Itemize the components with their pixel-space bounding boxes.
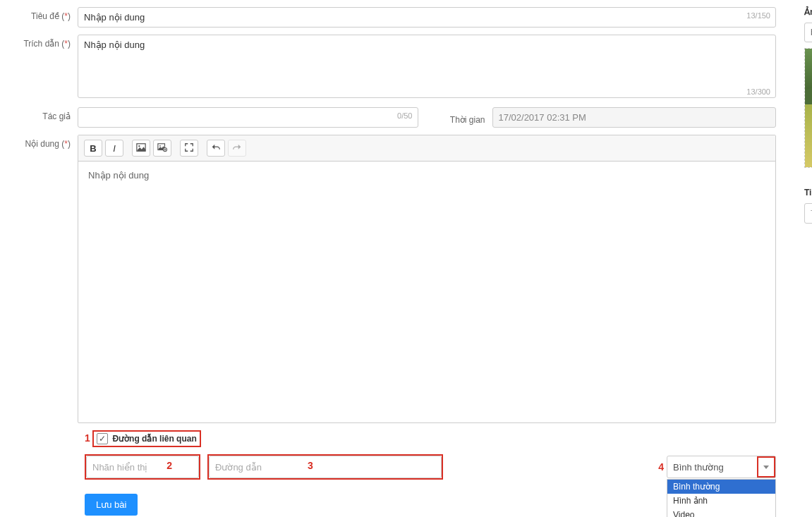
svg-point-1 [138,145,140,147]
editor-body[interactable]: Nhập nội dung [78,162,775,422]
title-counter: 13/150 [746,11,770,20]
annotation-3: 3 [308,460,313,471]
excerpt-counter: 13/300 [746,87,770,96]
related-search-input[interactable] [804,203,812,224]
chevron-down-icon [763,466,769,469]
image-link-button[interactable] [153,140,171,157]
undo-button[interactable] [207,140,225,157]
time-label: Thời gian [436,111,492,125]
image-link-icon [157,142,167,154]
fullscreen-button[interactable] [180,140,198,157]
avatar-section-label: Ảnh đại diện (*) [804,7,812,17]
avatar-path-display: blob:http://oa.zalo.me/084ddf02-2faa- [804,23,812,42]
italic-button[interactable]: I [105,140,123,157]
annotation-4: 4 [658,461,664,473]
bold-button[interactable]: B [84,140,102,157]
dropdown-option[interactable]: Bình thường [667,480,775,494]
author-input[interactable] [78,107,418,128]
title-input[interactable] [78,7,776,28]
related-link-label: Đường dẫn liên quan [112,434,196,444]
author-counter: 0/50 [397,111,412,120]
link-type-menu: Bình thường Hình ảnh Video Âm thanh [667,479,776,517]
redo-button[interactable] [228,140,246,157]
excerpt-textarea[interactable] [78,35,776,98]
link-url-input[interactable] [209,456,442,478]
annotation-2: 2 [166,460,172,471]
link-type-dropdown[interactable]: Bình thường [667,456,776,478]
related-link-checkbox[interactable]: ✓ [97,433,108,444]
related-section-label: Tin liên quan (0/3) [804,188,812,197]
dropdown-option[interactable]: Hình ảnh [667,494,775,508]
image-icon [136,142,146,154]
rich-editor: B I [78,135,776,423]
undo-icon [211,142,221,154]
editor-toolbar: B I [78,135,775,162]
title-label: Tiêu đề (*) [14,7,78,21]
avatar-preview [804,48,812,168]
dropdown-caret-box[interactable] [757,456,775,478]
excerpt-label: Trích dẫn (*) [14,35,78,49]
save-button[interactable]: Lưu bài [85,494,138,516]
dropdown-option[interactable]: Video [667,508,775,517]
author-label: Tác giả [14,107,78,121]
redo-icon [232,142,242,154]
fullscreen-icon [184,142,194,154]
annotation-1: 1 [85,432,90,444]
svg-rect-6 [805,104,812,167]
time-readonly: 17/02/2017 02:31 PM [492,107,777,128]
image-button[interactable] [132,140,150,157]
content-label: Nội dung (*) [14,135,78,149]
svg-point-3 [159,145,161,146]
display-label-input[interactable] [86,456,199,478]
